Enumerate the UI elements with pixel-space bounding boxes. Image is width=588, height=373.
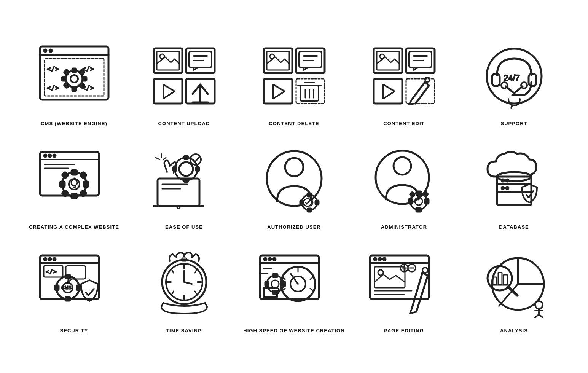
svg-rect-93 bbox=[158, 179, 199, 206]
svg-point-138 bbox=[49, 258, 51, 260]
svg-rect-19 bbox=[154, 48, 182, 73]
svg-rect-163 bbox=[260, 255, 319, 299]
svg-rect-84 bbox=[72, 194, 77, 198]
icon-item-authorized-user: AUTHORIZED USER bbox=[243, 142, 345, 231]
svg-point-72 bbox=[521, 82, 527, 88]
svg-line-107 bbox=[163, 158, 166, 159]
svg-line-173 bbox=[310, 277, 313, 279]
svg-point-165 bbox=[264, 258, 266, 260]
svg-rect-15 bbox=[64, 70, 69, 75]
svg-text:</>: </> bbox=[46, 268, 57, 275]
svg-rect-103 bbox=[196, 167, 199, 171]
icon-item-ease-of-use: EASE OF USE bbox=[133, 142, 235, 231]
svg-rect-101 bbox=[184, 179, 188, 182]
svg-rect-181 bbox=[282, 282, 285, 286]
svg-line-199 bbox=[416, 276, 428, 312]
icon-item-content-delete: CONTENT DELETE bbox=[243, 39, 345, 127]
svg-rect-112 bbox=[308, 193, 311, 196]
svg-line-159 bbox=[195, 291, 197, 295]
svg-point-98 bbox=[179, 162, 193, 176]
svg-line-62 bbox=[409, 104, 416, 104]
svg-line-198 bbox=[412, 273, 422, 309]
icon-database bbox=[470, 142, 558, 218]
icon-authorized-user bbox=[250, 142, 338, 218]
svg-rect-114 bbox=[300, 201, 303, 204]
icon-ease-of-use bbox=[140, 142, 228, 218]
svg-rect-11 bbox=[72, 69, 76, 72]
svg-rect-122 bbox=[416, 208, 421, 212]
svg-point-187 bbox=[379, 258, 381, 260]
svg-rect-124 bbox=[425, 199, 429, 204]
icon-support: 24/7 bbox=[470, 39, 558, 115]
icon-item-time-saving: TIME SAVING bbox=[133, 246, 235, 334]
svg-rect-179 bbox=[273, 291, 277, 294]
label-administrator: ADMINISTRATOR bbox=[381, 224, 427, 231]
icon-content-edit bbox=[360, 39, 448, 115]
label-complex-website: CREATING A COMPLEX WEBSITE bbox=[29, 224, 119, 231]
icon-grid: </> </> </> </> CMS (WEBSITE ENGINE) bbox=[0, 24, 588, 350]
svg-line-59 bbox=[416, 86, 429, 104]
label-security: SECURITY bbox=[60, 327, 88, 334]
svg-point-70 bbox=[501, 82, 507, 88]
label-ease-of-use: EASE OF USE bbox=[165, 224, 203, 231]
svg-point-166 bbox=[269, 258, 271, 260]
label-cms: CMS (WEBSITE ENGINE) bbox=[41, 120, 107, 127]
svg-rect-12 bbox=[72, 87, 76, 91]
svg-rect-18 bbox=[79, 83, 84, 88]
svg-rect-66 bbox=[529, 74, 536, 86]
svg-rect-13 bbox=[62, 77, 66, 81]
svg-point-177 bbox=[271, 280, 279, 288]
svg-point-3 bbox=[49, 49, 52, 52]
svg-line-174 bbox=[310, 289, 313, 291]
svg-rect-54 bbox=[409, 51, 432, 67]
svg-point-77 bbox=[49, 155, 51, 157]
svg-rect-88 bbox=[80, 172, 86, 178]
svg-text:</>: </> bbox=[47, 84, 59, 92]
svg-text:</>: </> bbox=[47, 65, 59, 73]
svg-rect-90 bbox=[80, 190, 86, 196]
svg-line-161 bbox=[184, 282, 192, 284]
label-page-editing: PAGE EDITING bbox=[384, 327, 424, 334]
svg-rect-83 bbox=[72, 170, 77, 175]
icon-item-cms: </> </> </> </> CMS (WEBSITE ENGINE) bbox=[23, 39, 125, 127]
svg-rect-178 bbox=[273, 274, 277, 277]
svg-point-188 bbox=[383, 258, 386, 260]
icon-content-delete bbox=[250, 39, 338, 115]
svg-point-137 bbox=[44, 258, 46, 260]
svg-point-201 bbox=[422, 268, 428, 273]
label-authorized-user: AUTHORIZED USER bbox=[267, 224, 321, 231]
svg-rect-51 bbox=[406, 79, 435, 104]
icon-item-database: DATABASE bbox=[463, 142, 565, 231]
svg-rect-208 bbox=[493, 277, 497, 285]
svg-point-186 bbox=[374, 258, 376, 260]
label-content-delete: CONTENT DELETE bbox=[269, 120, 319, 127]
svg-point-118 bbox=[394, 157, 411, 175]
label-time-saving: TIME SAVING bbox=[166, 327, 202, 334]
svg-point-10 bbox=[70, 75, 78, 83]
svg-point-134 bbox=[506, 187, 508, 189]
svg-line-73 bbox=[511, 105, 512, 108]
svg-point-91 bbox=[71, 180, 77, 186]
svg-rect-14 bbox=[83, 77, 86, 81]
svg-rect-21 bbox=[154, 79, 182, 104]
icon-complex-website bbox=[30, 142, 118, 218]
svg-point-133 bbox=[502, 187, 504, 189]
svg-point-76 bbox=[44, 155, 46, 157]
svg-rect-87 bbox=[62, 172, 68, 178]
svg-rect-115 bbox=[316, 201, 319, 204]
svg-rect-100 bbox=[184, 156, 188, 159]
svg-point-2 bbox=[44, 49, 46, 52]
svg-line-156 bbox=[172, 269, 174, 273]
svg-marker-29 bbox=[163, 84, 175, 99]
svg-point-109 bbox=[285, 158, 303, 176]
label-database: DATABASE bbox=[499, 224, 529, 231]
icon-content-upload bbox=[140, 39, 228, 115]
svg-rect-65 bbox=[492, 74, 500, 86]
svg-point-167 bbox=[273, 258, 276, 260]
svg-point-132 bbox=[506, 179, 508, 182]
svg-point-131 bbox=[502, 179, 504, 182]
svg-rect-121 bbox=[416, 191, 421, 195]
icon-item-security: </> CMS SECURITY bbox=[23, 246, 125, 334]
svg-rect-48 bbox=[374, 48, 402, 73]
svg-line-157 bbox=[195, 269, 197, 273]
